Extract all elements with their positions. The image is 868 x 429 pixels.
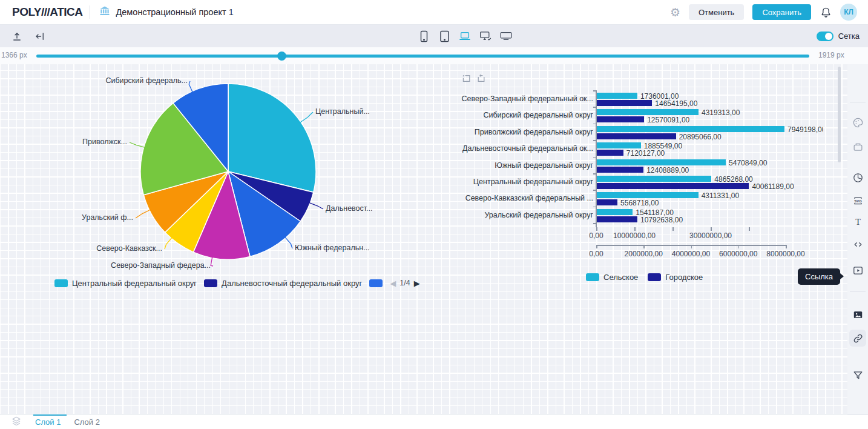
pie-label-leader bbox=[130, 142, 145, 147]
bottom-axis-label: 8000000,00 bbox=[766, 250, 804, 258]
image-icon[interactable] bbox=[849, 306, 866, 323]
text-icon[interactable]: T bbox=[849, 213, 866, 230]
bar-value-label: 5568718,00 bbox=[620, 199, 659, 207]
svg-icon[interactable]: SVG bbox=[849, 192, 866, 209]
frame-rotate-icon[interactable] bbox=[476, 74, 486, 85]
settings-gear-icon[interactable]: ⚙ bbox=[670, 7, 680, 18]
category-axis-tick bbox=[593, 107, 596, 108]
tablet-icon[interactable] bbox=[438, 30, 450, 42]
pie-slice-label: Уральский ф... bbox=[82, 213, 133, 222]
active-layer-indicator bbox=[33, 414, 67, 416]
pie-label-leader bbox=[165, 238, 172, 249]
pie-label-leader bbox=[189, 81, 192, 93]
bar-urban[interactable] bbox=[596, 150, 623, 156]
width-slider-thumb[interactable] bbox=[277, 52, 286, 61]
bar-rural[interactable] bbox=[596, 109, 699, 115]
bar-rural[interactable] bbox=[596, 192, 699, 198]
pie-legend: Центральный федеральный округДальневосто… bbox=[54, 278, 420, 288]
widgets-icon[interactable] bbox=[849, 138, 866, 155]
palette-icon[interactable] bbox=[849, 114, 866, 131]
filter-icon[interactable] bbox=[849, 367, 866, 384]
bar-urban[interactable] bbox=[596, 116, 644, 122]
legend-next-icon[interactable]: ▶ bbox=[414, 279, 420, 288]
pie-label-leader bbox=[136, 210, 151, 218]
bar-category-label: Сибирский федеральный округ bbox=[457, 111, 593, 119]
bar-urban[interactable] bbox=[596, 183, 749, 189]
legend-item[interactable]: Дальневосточный федеральный округ bbox=[204, 279, 362, 288]
bar-value-label: 4865268,00 bbox=[714, 175, 752, 184]
bar-chart-widget[interactable]: Северо-Западный федеральный ок...1736001… bbox=[457, 70, 823, 291]
bar-rural[interactable] bbox=[596, 126, 784, 132]
legend-item[interactable]: Центральный федеральный округ bbox=[54, 279, 197, 288]
legend-swatch bbox=[648, 273, 661, 281]
desktop-check-icon[interactable] bbox=[479, 30, 492, 42]
editor-toolbar: Сетка bbox=[0, 25, 868, 47]
bar-urban[interactable] bbox=[596, 133, 676, 139]
bar-category-label: Дальневосточный федеральный ок... bbox=[457, 144, 593, 153]
dashboard-canvas[interactable]: Центральный...Дальневост...Южный федерал… bbox=[0, 64, 847, 414]
header-divider bbox=[90, 5, 90, 19]
device-preview-switcher bbox=[418, 30, 512, 42]
pie-chart-icon[interactable] bbox=[849, 169, 866, 186]
link-tooltip-label: Ссылка bbox=[805, 272, 833, 281]
bar-urban[interactable] bbox=[596, 100, 652, 106]
notifications-bell-icon[interactable] bbox=[820, 6, 832, 18]
top-axis-tick bbox=[634, 227, 636, 231]
legend-label: Сельское bbox=[603, 273, 638, 282]
layers-icon bbox=[11, 416, 22, 429]
bottom-axis-tick bbox=[596, 245, 597, 248]
top-axis-tick bbox=[711, 227, 712, 231]
category-axis-tick bbox=[593, 190, 596, 191]
bar-rural[interactable] bbox=[596, 142, 641, 148]
legend-label: Дальневосточный федеральный округ bbox=[222, 279, 362, 288]
svg-text:T: T bbox=[855, 216, 861, 226]
pie-slice-label: Центральный... bbox=[315, 107, 370, 116]
app-header: POLY///ATICA Демонстрационный проект 1 ⚙… bbox=[0, 0, 868, 25]
bottom-axis-label: 6000000,00 bbox=[719, 250, 757, 258]
collapse-left-icon[interactable] bbox=[34, 30, 46, 42]
widescreen-icon[interactable] bbox=[500, 30, 512, 42]
legend-label: Центральный федеральный округ bbox=[72, 279, 197, 288]
code-icon[interactable] bbox=[849, 236, 866, 253]
canvas-scrollbar[interactable] bbox=[838, 67, 841, 162]
bar-urban[interactable] bbox=[596, 216, 637, 222]
sidebar-divider bbox=[850, 102, 866, 102]
category-axis-tick bbox=[593, 223, 596, 224]
legend-swatch bbox=[54, 279, 68, 287]
bar-value-label: 10792638,00 bbox=[640, 216, 683, 224]
project-title: Демонстрационный проект 1 bbox=[116, 7, 233, 17]
bar-value-label: 14654195,00 bbox=[655, 99, 697, 108]
bar-rural[interactable] bbox=[596, 176, 711, 182]
bar-urban[interactable] bbox=[596, 167, 643, 173]
bar-rural[interactable] bbox=[596, 209, 633, 215]
bar-urban[interactable] bbox=[596, 199, 617, 205]
width-slider-track[interactable] bbox=[36, 55, 809, 58]
link-icon[interactable] bbox=[849, 330, 866, 347]
cancel-button[interactable]: Отменить bbox=[689, 4, 744, 20]
legend-prev-icon[interactable]: ◀ bbox=[390, 279, 396, 288]
bar-value-label: 7120127,00 bbox=[626, 149, 665, 158]
upload-icon[interactable] bbox=[11, 30, 23, 42]
bar-rural[interactable] bbox=[596, 93, 637, 99]
pie-slice-label: Южный федеральн... bbox=[295, 244, 370, 252]
grid-toggle[interactable] bbox=[817, 32, 833, 41]
legend-item[interactable] bbox=[369, 279, 383, 287]
video-icon[interactable] bbox=[849, 262, 866, 279]
save-button[interactable]: Сохранить bbox=[752, 4, 811, 20]
pie-slice-label: Дальневост... bbox=[326, 204, 373, 213]
avatar[interactable]: КЛ bbox=[840, 4, 857, 21]
grid-toggle-label: Сетка bbox=[838, 32, 860, 41]
top-axis-label: 10000000,00 bbox=[613, 231, 656, 240]
layer-tab-1[interactable]: Слой 1 bbox=[35, 417, 61, 427]
widgets-sidebar: SVGT bbox=[847, 64, 868, 414]
pie-chart-widget[interactable]: Центральный...Дальневост...Южный федерал… bbox=[0, 64, 442, 276]
frame-resize-icon[interactable] bbox=[462, 74, 472, 85]
legend-item[interactable]: Сельское bbox=[586, 273, 638, 282]
layer-tab-2[interactable]: Слой 2 bbox=[74, 417, 99, 427]
bar-rural[interactable] bbox=[596, 159, 726, 165]
pie-slice-label: Северо-Западный федера... bbox=[111, 261, 211, 270]
smartphone-icon[interactable] bbox=[418, 30, 430, 42]
legend-item[interactable]: Городское bbox=[648, 273, 703, 282]
laptop-icon[interactable] bbox=[459, 30, 471, 42]
bar-value-label: 40061189,00 bbox=[752, 182, 794, 191]
